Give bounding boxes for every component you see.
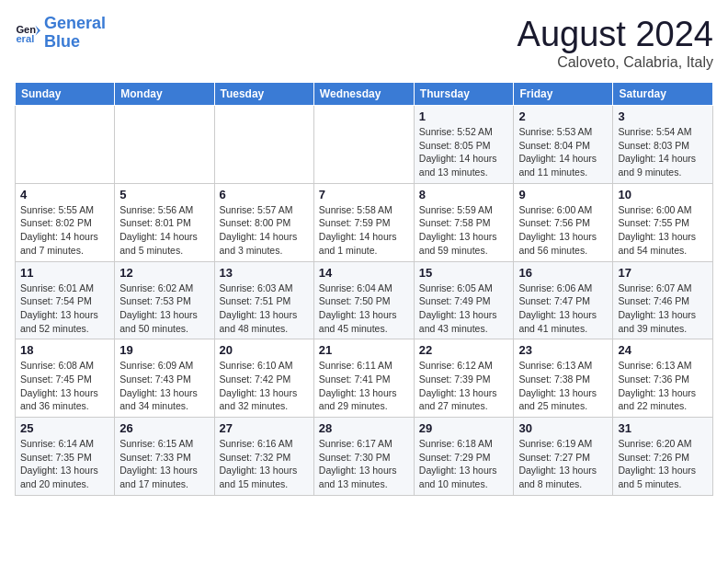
day-info: Sunrise: 6:15 AMSunset: 7:33 PMDaylight:… [119, 437, 209, 491]
calendar-cell: 19Sunrise: 6:09 AMSunset: 7:43 PMDayligh… [115, 339, 214, 418]
day-info: Sunrise: 6:14 AMSunset: 7:35 PMDaylight:… [20, 437, 109, 491]
calendar-cell: 6Sunrise: 5:57 AMSunset: 8:00 PMDaylight… [214, 183, 313, 261]
column-header-tuesday: Tuesday [214, 83, 313, 106]
day-number: 4 [20, 188, 109, 201]
calendar-week-2: 4Sunrise: 5:55 AMSunset: 8:02 PMDaylight… [16, 183, 713, 261]
day-info: Sunrise: 6:12 AMSunset: 7:39 PMDaylight:… [419, 359, 509, 413]
calendar-cell [214, 106, 313, 184]
day-info: Sunrise: 6:19 AMSunset: 7:27 PMDaylight:… [518, 437, 608, 491]
calendar-cell: 3Sunrise: 5:54 AMSunset: 8:03 PMDaylight… [613, 106, 713, 184]
calendar-cell: 2Sunrise: 5:53 AMSunset: 8:04 PMDaylight… [514, 106, 613, 184]
day-info: Sunrise: 5:53 AMSunset: 8:04 PMDaylight:… [518, 125, 608, 179]
calendar-header-row: SundayMondayTuesdayWednesdayThursdayFrid… [16, 83, 713, 106]
day-info: Sunrise: 6:04 AMSunset: 7:50 PMDaylight:… [319, 282, 409, 336]
calendar-cell: 10Sunrise: 6:00 AMSunset: 7:55 PMDayligh… [613, 183, 713, 261]
day-number: 6 [220, 188, 309, 201]
calendar-week-1: 1Sunrise: 5:52 AMSunset: 8:05 PMDaylight… [16, 106, 713, 184]
day-number: 12 [119, 266, 209, 280]
day-info: Sunrise: 5:54 AMSunset: 8:03 PMDaylight:… [618, 125, 708, 179]
day-info: Sunrise: 6:08 AMSunset: 7:45 PMDaylight:… [20, 359, 109, 413]
calendar-cell [16, 106, 115, 184]
page-header: Gen eral GeneralBlue August 2024 Calovet… [15, 15, 713, 71]
day-number: 3 [618, 109, 708, 123]
calendar-cell: 12Sunrise: 6:02 AMSunset: 7:53 PMDayligh… [115, 261, 214, 339]
day-number: 21 [319, 343, 409, 357]
calendar-cell: 18Sunrise: 6:08 AMSunset: 7:45 PMDayligh… [16, 339, 115, 418]
calendar-cell: 14Sunrise: 6:04 AMSunset: 7:50 PMDayligh… [313, 261, 414, 339]
calendar-cell: 15Sunrise: 6:05 AMSunset: 7:49 PMDayligh… [414, 261, 514, 339]
day-number: 28 [319, 421, 409, 435]
calendar-week-5: 25Sunrise: 6:14 AMSunset: 7:35 PMDayligh… [16, 418, 713, 496]
calendar-table: SundayMondayTuesdayWednesdayThursdayFrid… [15, 82, 713, 496]
day-info: Sunrise: 6:07 AMSunset: 7:46 PMDaylight:… [618, 282, 708, 336]
day-number: 19 [119, 343, 209, 357]
day-info: Sunrise: 6:11 AMSunset: 7:41 PMDaylight:… [319, 359, 409, 413]
title-area: August 2024 Caloveto, Calabria, Italy [518, 15, 713, 71]
calendar-cell: 4Sunrise: 5:55 AMSunset: 8:02 PMDaylight… [16, 183, 115, 261]
column-header-sunday: Sunday [16, 83, 115, 106]
svg-marker-2 [35, 25, 40, 35]
day-number: 10 [618, 188, 708, 201]
day-number: 22 [419, 343, 509, 357]
day-number: 24 [618, 343, 708, 357]
calendar-subtitle: Caloveto, Calabria, Italy [518, 54, 713, 71]
calendar-week-3: 11Sunrise: 6:01 AMSunset: 7:54 PMDayligh… [16, 261, 713, 339]
day-info: Sunrise: 6:06 AMSunset: 7:47 PMDaylight:… [518, 282, 608, 336]
day-number: 27 [220, 421, 309, 435]
calendar-cell: 1Sunrise: 5:52 AMSunset: 8:05 PMDaylight… [414, 106, 514, 184]
day-number: 9 [518, 188, 608, 201]
day-info: Sunrise: 6:03 AMSunset: 7:51 PMDaylight:… [220, 282, 309, 336]
calendar-cell: 30Sunrise: 6:19 AMSunset: 7:27 PMDayligh… [514, 418, 613, 496]
calendar-cell: 31Sunrise: 6:20 AMSunset: 7:26 PMDayligh… [613, 418, 713, 496]
day-info: Sunrise: 6:09 AMSunset: 7:43 PMDaylight:… [119, 359, 209, 413]
column-header-saturday: Saturday [613, 83, 713, 106]
day-info: Sunrise: 5:57 AMSunset: 8:00 PMDaylight:… [220, 203, 309, 258]
day-info: Sunrise: 6:00 AMSunset: 7:55 PMDaylight:… [618, 203, 708, 258]
logo: Gen eral GeneralBlue [15, 15, 106, 52]
day-number: 11 [20, 266, 109, 280]
day-number: 20 [220, 343, 309, 357]
day-number: 7 [319, 188, 409, 201]
day-info: Sunrise: 6:10 AMSunset: 7:42 PMDaylight:… [220, 359, 309, 413]
column-header-thursday: Thursday [414, 83, 514, 106]
calendar-cell [115, 106, 214, 184]
day-info: Sunrise: 6:05 AMSunset: 7:49 PMDaylight:… [419, 282, 509, 336]
day-info: Sunrise: 6:13 AMSunset: 7:36 PMDaylight:… [618, 359, 708, 413]
day-info: Sunrise: 6:16 AMSunset: 7:32 PMDaylight:… [220, 437, 309, 491]
calendar-cell: 13Sunrise: 6:03 AMSunset: 7:51 PMDayligh… [214, 261, 313, 339]
day-info: Sunrise: 6:13 AMSunset: 7:38 PMDaylight:… [518, 359, 608, 413]
calendar-cell: 17Sunrise: 6:07 AMSunset: 7:46 PMDayligh… [613, 261, 713, 339]
day-number: 17 [618, 266, 708, 280]
calendar-cell [313, 106, 414, 184]
column-header-friday: Friday [514, 83, 613, 106]
logo-text: GeneralBlue [44, 15, 106, 52]
day-info: Sunrise: 6:02 AMSunset: 7:53 PMDaylight:… [119, 282, 209, 336]
day-info: Sunrise: 5:59 AMSunset: 7:58 PMDaylight:… [419, 203, 509, 258]
calendar-cell: 27Sunrise: 6:16 AMSunset: 7:32 PMDayligh… [214, 418, 313, 496]
day-number: 8 [419, 188, 509, 201]
day-info: Sunrise: 5:52 AMSunset: 8:05 PMDaylight:… [419, 125, 509, 179]
day-info: Sunrise: 6:18 AMSunset: 7:29 PMDaylight:… [419, 437, 509, 491]
day-number: 1 [419, 109, 509, 123]
day-info: Sunrise: 5:58 AMSunset: 7:59 PMDaylight:… [319, 203, 409, 258]
column-header-monday: Monday [115, 83, 214, 106]
day-number: 15 [419, 266, 509, 280]
svg-text:eral: eral [16, 33, 34, 44]
calendar-cell: 22Sunrise: 6:12 AMSunset: 7:39 PMDayligh… [414, 339, 514, 418]
day-number: 2 [518, 109, 608, 123]
day-number: 30 [518, 421, 608, 435]
calendar-cell: 24Sunrise: 6:13 AMSunset: 7:36 PMDayligh… [613, 339, 713, 418]
day-info: Sunrise: 5:55 AMSunset: 8:02 PMDaylight:… [20, 203, 109, 258]
calendar-cell: 11Sunrise: 6:01 AMSunset: 7:54 PMDayligh… [16, 261, 115, 339]
calendar-cell: 9Sunrise: 6:00 AMSunset: 7:56 PMDaylight… [514, 183, 613, 261]
day-info: Sunrise: 6:20 AMSunset: 7:26 PMDaylight:… [618, 437, 708, 491]
calendar-cell: 25Sunrise: 6:14 AMSunset: 7:35 PMDayligh… [16, 418, 115, 496]
day-number: 13 [220, 266, 309, 280]
calendar-cell: 7Sunrise: 5:58 AMSunset: 7:59 PMDaylight… [313, 183, 414, 261]
calendar-title: August 2024 [518, 15, 713, 54]
day-number: 25 [20, 421, 109, 435]
day-number: 26 [119, 421, 209, 435]
day-number: 14 [319, 266, 409, 280]
calendar-cell: 23Sunrise: 6:13 AMSunset: 7:38 PMDayligh… [514, 339, 613, 418]
calendar-cell: 28Sunrise: 6:17 AMSunset: 7:30 PMDayligh… [313, 418, 414, 496]
